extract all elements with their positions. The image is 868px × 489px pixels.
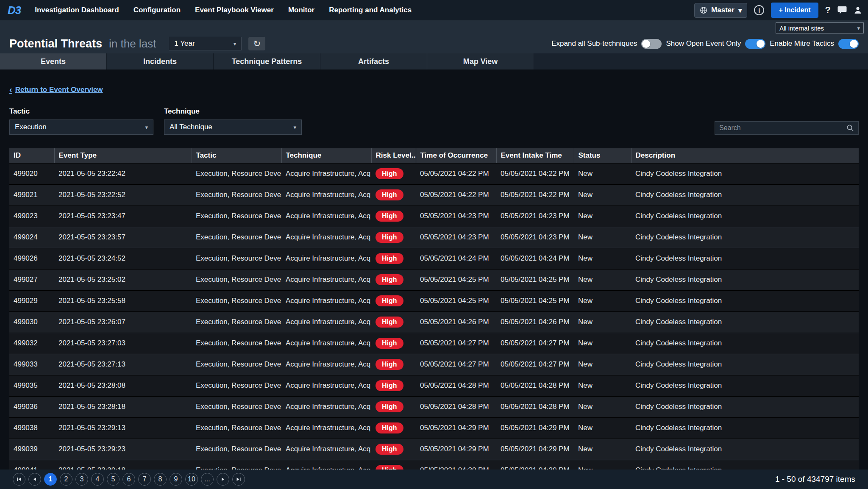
next-page-button[interactable] bbox=[217, 473, 229, 486]
site-selector-value: All internal sites bbox=[779, 25, 824, 32]
cell-time-of-occurrence: 05/05/2021 04:25 PM bbox=[416, 290, 496, 311]
table-row[interactable]: 499020 2021-05-05 23:22:42 Execution, Re… bbox=[9, 163, 859, 184]
table-row[interactable]: 499030 2021-05-05 23:26:07 Execution, Re… bbox=[9, 311, 859, 333]
cell-time-of-occurrence: 05/05/2021 04:22 PM bbox=[416, 163, 496, 184]
user-icon[interactable] bbox=[854, 6, 862, 14]
previous-page-button[interactable] bbox=[28, 473, 41, 486]
cell-status: New bbox=[574, 311, 631, 333]
col-header-time-of-occurrence[interactable]: Time of Occurrence bbox=[416, 148, 496, 163]
cell-id: 499035 bbox=[9, 375, 54, 396]
tab-incidents[interactable]: Incidents bbox=[107, 53, 214, 69]
cell-risk-level: High bbox=[371, 227, 416, 248]
cell-event-type: 2021-05-05 23:25:58 bbox=[54, 290, 192, 311]
table-row[interactable]: 499023 2021-05-05 23:23:47 Execution, Re… bbox=[9, 206, 859, 227]
chevron-down-icon: ▾ bbox=[857, 25, 860, 31]
info-icon[interactable]: i bbox=[754, 5, 764, 15]
page-button-1[interactable]: 1 bbox=[44, 473, 57, 486]
page-button-5[interactable]: 5 bbox=[107, 473, 120, 486]
d3-logo[interactable]: D3 bbox=[8, 4, 21, 17]
nav-item-event-playbook-viewer[interactable]: Event Playbook Viewer bbox=[188, 6, 281, 14]
cell-risk-level: High bbox=[371, 333, 416, 354]
page-button-10[interactable]: 10 bbox=[185, 473, 198, 486]
master-label: Master bbox=[711, 6, 734, 14]
nav-item-monitor[interactable]: Monitor bbox=[281, 6, 322, 14]
cell-description: Cindy Codeless Integration bbox=[631, 439, 859, 460]
cell-risk-level: High bbox=[371, 396, 416, 417]
cell-tactic: Execution, Resource Developme bbox=[192, 439, 281, 460]
return-to-event-overview-link[interactable]: ‹ Return to Event Overview bbox=[9, 85, 103, 94]
show-open-event-toggle[interactable] bbox=[745, 39, 765, 49]
col-header-event-intake-time[interactable]: Event Intake Time bbox=[496, 148, 574, 163]
table-row[interactable]: 499032 2021-05-05 23:27:03 Execution, Re… bbox=[9, 333, 859, 354]
page-button-9[interactable]: 9 bbox=[170, 473, 182, 486]
last-page-button[interactable] bbox=[232, 473, 245, 486]
expand-subtechniques-toggle[interactable] bbox=[641, 39, 662, 49]
tab-technique-patterns[interactable]: Technique Patterns bbox=[214, 53, 320, 69]
help-icon[interactable]: ? bbox=[825, 5, 831, 16]
nav-item-configuration[interactable]: Configuration bbox=[126, 6, 188, 14]
page-button-7[interactable]: 7 bbox=[138, 473, 151, 486]
chat-icon[interactable] bbox=[837, 6, 847, 14]
tab-artifacts[interactable]: Artifacts bbox=[320, 53, 427, 69]
risk-badge: High bbox=[376, 274, 403, 285]
table-row[interactable]: 499039 2021-05-05 23:29:23 Execution, Re… bbox=[9, 439, 859, 460]
refresh-button[interactable]: ↻ bbox=[248, 37, 265, 50]
tactic-dropdown[interactable]: Execution ▾ bbox=[9, 119, 153, 135]
table-row[interactable]: 499033 2021-05-05 23:27:13 Execution, Re… bbox=[9, 354, 859, 375]
table-row[interactable]: 499036 2021-05-05 23:28:18 Execution, Re… bbox=[9, 396, 859, 417]
cell-tactic: Execution, Resource Developme bbox=[192, 333, 281, 354]
cell-event-type: 2021-05-05 23:28:08 bbox=[54, 375, 192, 396]
table-row[interactable]: 499035 2021-05-05 23:28:08 Execution, Re… bbox=[9, 375, 859, 396]
col-header-risk-level[interactable]: Risk Level... bbox=[371, 148, 416, 163]
first-page-button[interactable] bbox=[13, 473, 25, 486]
page-button-8[interactable]: 8 bbox=[154, 473, 167, 486]
col-header-id[interactable]: ID bbox=[9, 148, 54, 163]
page-button-4[interactable]: 4 bbox=[91, 473, 104, 486]
technique-dropdown[interactable]: All Technique ▾ bbox=[164, 119, 302, 135]
master-dropdown[interactable]: Master ▾ bbox=[694, 3, 747, 18]
time-range-dropdown[interactable]: 1 Year ▾ bbox=[169, 37, 242, 50]
tab-events[interactable]: Events bbox=[0, 53, 107, 69]
tab-map-view[interactable]: Map View bbox=[427, 53, 534, 69]
cell-event-intake-time: 05/05/2021 04:29 PM bbox=[496, 417, 574, 439]
cell-event-type: 2021-05-05 23:27:03 bbox=[54, 333, 192, 354]
page-title: Potential Threats bbox=[9, 37, 102, 50]
nav-item-reporting-analytics[interactable]: Reporting and Analytics bbox=[322, 6, 419, 14]
cell-risk-level: High bbox=[371, 184, 416, 206]
risk-badge: High bbox=[376, 189, 403, 200]
col-header-technique[interactable]: Technique bbox=[281, 148, 371, 163]
cell-time-of-occurrence: 05/05/2021 04:28 PM bbox=[416, 375, 496, 396]
add-incident-button[interactable]: + Incident bbox=[771, 3, 818, 18]
page-button-2[interactable]: 2 bbox=[60, 473, 72, 486]
col-header-tactic[interactable]: Tactic bbox=[192, 148, 281, 163]
cell-event-intake-time: 05/05/2021 04:28 PM bbox=[496, 375, 574, 396]
col-header-status[interactable]: Status bbox=[574, 148, 631, 163]
enable-mitre-tactics-toggle[interactable] bbox=[838, 39, 859, 49]
cell-event-intake-time: 05/05/2021 04:23 PM bbox=[496, 227, 574, 248]
ellipsis-page-button[interactable]: ... bbox=[201, 473, 214, 486]
cell-time-of-occurrence: 05/05/2021 04:22 PM bbox=[416, 184, 496, 206]
table-row[interactable]: 499024 2021-05-05 23:23:57 Execution, Re… bbox=[9, 227, 859, 248]
pagination-pages: 12345678910 bbox=[44, 473, 198, 486]
page-button-6[interactable]: 6 bbox=[122, 473, 135, 486]
nav-item-investigation-dashboard[interactable]: Investigation Dashboard bbox=[28, 6, 126, 14]
table-row[interactable]: 499027 2021-05-05 23:25:02 Execution, Re… bbox=[9, 269, 859, 290]
col-header-description[interactable]: Description bbox=[631, 148, 859, 163]
table-row[interactable]: 499021 2021-05-05 23:22:52 Execution, Re… bbox=[9, 184, 859, 206]
page-button-3[interactable]: 3 bbox=[75, 473, 88, 486]
chevron-down-icon: ▾ bbox=[145, 124, 148, 131]
cell-description: Cindy Codeless Integration bbox=[631, 184, 859, 206]
table-row[interactable]: 499038 2021-05-05 23:29:13 Execution, Re… bbox=[9, 417, 859, 439]
table-row[interactable]: 499026 2021-05-05 23:24:52 Execution, Re… bbox=[9, 248, 859, 269]
cell-id: 499036 bbox=[9, 396, 54, 417]
site-selector[interactable]: All internal sites ▾ bbox=[776, 22, 864, 33]
search-input[interactable] bbox=[719, 124, 846, 132]
col-header-event-type[interactable]: Event Type bbox=[54, 148, 192, 163]
cell-description: Cindy Codeless Integration bbox=[631, 333, 859, 354]
cell-tactic: Execution, Resource Developme bbox=[192, 396, 281, 417]
risk-badge: High bbox=[376, 211, 403, 222]
cell-tactic: Execution, Resource Developme bbox=[192, 227, 281, 248]
cell-time-of-occurrence: 05/05/2021 04:25 PM bbox=[416, 269, 496, 290]
search-icon[interactable] bbox=[846, 124, 854, 132]
table-row[interactable]: 499029 2021-05-05 23:25:58 Execution, Re… bbox=[9, 290, 859, 311]
